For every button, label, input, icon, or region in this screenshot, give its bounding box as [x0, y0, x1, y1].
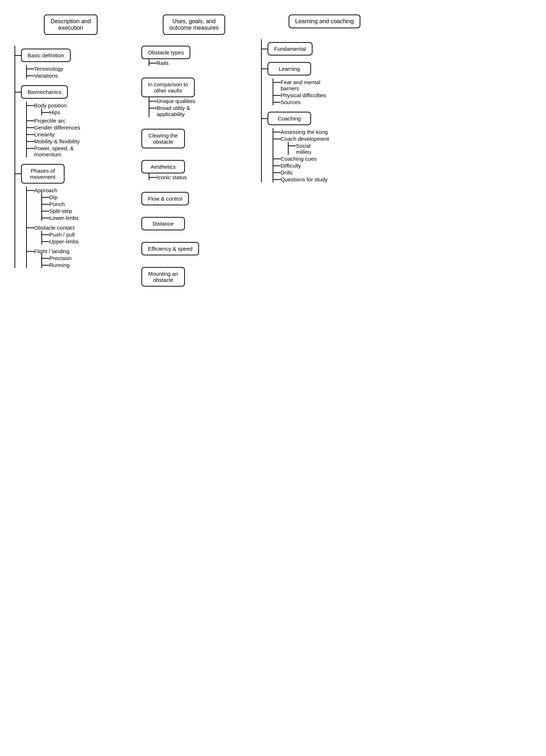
col3-spine: Fundamental Learning Fear and mental bar…: [261, 39, 388, 182]
clearing-box: Clearing the obstacle: [141, 129, 185, 148]
split-step-item: Split-step: [42, 207, 127, 214]
section-basic-def-row: Basic definition: [15, 49, 127, 62]
basic-def-children: Terminology Variations: [26, 65, 127, 79]
drills-label: Drills: [281, 169, 293, 176]
precision-hline: [42, 258, 49, 259]
iconic-status-label: Iconic status: [157, 173, 187, 180]
aesthetics-children: Iconic status: [149, 173, 187, 180]
branch-clearing: Clearing the obstacle: [141, 129, 185, 148]
mobility-hline: [27, 141, 34, 142]
power-hline: [27, 148, 34, 149]
fear-item: Fear and mental barriers: [273, 78, 388, 91]
gender-diff-hline: [27, 127, 34, 128]
comparison-box: In comparison to other vaults: [141, 78, 195, 97]
variations-hline: [27, 75, 34, 76]
lower-limbs-item: Lower-limbs: [42, 214, 127, 221]
phases-children: Approach Dip Punch: [26, 186, 127, 268]
fear-hline: [273, 82, 281, 83]
obstacle-types-children: Rails: [149, 59, 190, 66]
obstacle-contact-sub: Push / pull Upper-limbs: [41, 231, 127, 245]
learning-children: Fear and mental barriers Physical diffic…: [273, 78, 388, 105]
branch-comparison: In comparison to other vaults Unique qua…: [141, 78, 195, 117]
power-label: Power, speed, & momentum: [34, 144, 74, 157]
hips-label: Hips: [49, 108, 60, 115]
coach-dev-label: Coach development: [281, 135, 388, 142]
phases-box: Phases of movement: [21, 164, 65, 184]
linearity-hline: [27, 134, 34, 135]
physical-diff-hline: [273, 95, 281, 96]
terminology-item: Terminology: [27, 65, 127, 72]
push-pull-label: Push / pull: [49, 231, 75, 238]
upper-limbs-hline: [42, 241, 49, 242]
flight-landing-label: Flight / landing: [34, 247, 127, 254]
proj-arc-label: Projectile arc: [34, 117, 66, 124]
approach-label: Approach: [34, 186, 127, 193]
coaching-box: Coaching: [268, 112, 311, 125]
split-step-label: Split-step: [49, 207, 72, 214]
basic-def-box: Basic definition: [21, 49, 71, 62]
obstacle-contact-label: Obstacle contact: [34, 224, 127, 231]
column-3: Learning and coaching Fundamental Learni…: [254, 11, 392, 186]
branch-mounting: Mounting an obstacle: [141, 267, 185, 287]
distance-box: Distance: [141, 217, 185, 230]
col1-title: Description and execution: [44, 15, 97, 35]
physical-diff-label: Physical difficulties: [281, 91, 326, 98]
col3-header: Learning and coaching: [261, 15, 388, 28]
rails-item: Rails: [149, 59, 190, 66]
hips-item: Hips: [42, 108, 67, 115]
coaching-children: Assessing the kong Coach development Soc…: [273, 128, 388, 182]
linearity-item: Linearity: [27, 131, 127, 137]
dip-label: Dip: [49, 193, 58, 200]
difficulty-item: Difficulty: [273, 162, 388, 169]
coaching-hconn: [262, 118, 268, 119]
lower-limbs-label: Lower-limbs: [49, 214, 79, 221]
social-millieu-item: Social millieu: [289, 142, 388, 155]
section-coaching-row: Coaching: [262, 112, 388, 125]
column-2: Uses, goals, and outcome measures Obstac…: [131, 11, 254, 296]
drills-item: Drills: [273, 169, 388, 176]
gender-diff-item: Gender differences: [27, 124, 127, 131]
coach-dev-item: Coach development Social millieu: [273, 135, 388, 155]
learning-box: Learning: [268, 62, 311, 75]
iconic-status-hline: [149, 177, 157, 178]
questions-hline: [273, 179, 281, 180]
col2-tree: Obstacle types Rails In comparison to ot…: [138, 46, 250, 292]
obstacle-contact-item: Obstacle contact Push / pull Upper-limbs: [27, 224, 127, 245]
comparison-children: Unique qualities Broad utility & applica…: [149, 97, 195, 117]
mobility-label: Mobility & flexibility: [34, 137, 80, 144]
social-millieu-label: Social millieu: [296, 142, 311, 155]
basic-def-hconn: [15, 55, 21, 56]
upper-limbs-item: Upper-limbs: [42, 238, 127, 245]
body-pos-sub: Hips: [41, 108, 67, 115]
body-pos-hline: [27, 105, 34, 106]
drills-hline: [273, 172, 281, 173]
aesthetics-box: Aesthetics: [141, 160, 185, 173]
iconic-status-item: Iconic status: [149, 173, 187, 180]
flight-landing-item: Flight / landing Precision Running: [27, 247, 127, 268]
flight-landing-hline: [27, 251, 34, 252]
coach-dev-sub: Social millieu: [288, 142, 388, 155]
broad-utility-hline: [149, 108, 157, 108]
col2-title: Uses, goals, and outcome measures: [163, 15, 225, 35]
biomech-children: Body position Hips Projectile arc: [26, 102, 127, 157]
col2-header: Uses, goals, and outcome measures: [138, 15, 250, 35]
rails-label: Rails: [157, 59, 169, 66]
precision-label: Precision: [49, 254, 72, 261]
gender-diff-label: Gender differences: [34, 124, 80, 131]
coaching-cues-label: Coaching cues: [281, 155, 317, 162]
biomech-box: Biomechanics: [21, 85, 68, 99]
lower-limbs-hline: [42, 218, 49, 218]
mounting-box: Mounting an obstacle: [141, 267, 185, 287]
approach-sub: Dip Punch Split-step: [41, 193, 127, 221]
punch-hline: [42, 204, 49, 205]
power-item: Power, speed, & momentum: [27, 144, 127, 157]
proj-arc-item: Projectile arc: [27, 117, 127, 124]
linearity-label: Linearity: [34, 131, 55, 137]
dip-item: Dip: [42, 193, 127, 200]
rails-hline: [149, 63, 157, 63]
social-millieu-hline: [289, 145, 296, 146]
push-pull-hline: [42, 234, 49, 235]
sources-hline: [273, 102, 281, 103]
running-hline: [42, 265, 49, 266]
obstacle-types-box: Obstacle types: [141, 46, 190, 59]
